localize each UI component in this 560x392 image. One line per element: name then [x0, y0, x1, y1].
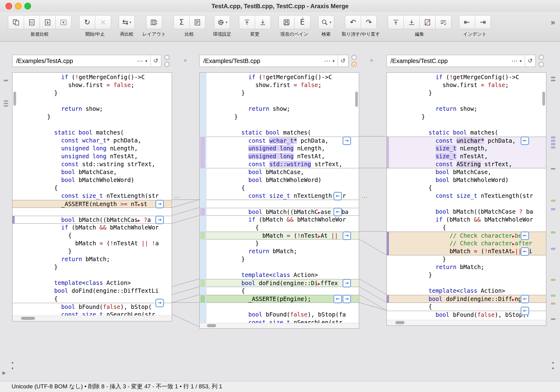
code-editor[interactable]: if (!getMergeConfig()->Cshow.first = fal…: [200, 73, 359, 328]
overview-change-mark[interactable]: [4, 80, 8, 81]
new-binary-comparison-button[interactable]: 01: [24, 15, 40, 29]
settings-button[interactable]: ▾: [214, 15, 230, 29]
link-toggle-icon[interactable]: [539, 55, 544, 60]
merge-left-button[interactable]: ←: [334, 208, 342, 216]
redo-button[interactable]: ↷: [361, 15, 377, 29]
edit-insert-above-button[interactable]: [388, 15, 404, 29]
horizontal-scrollbar-thumb[interactable]: [207, 324, 216, 327]
first-change-button[interactable]: ▲: [550, 360, 556, 365]
overview-change-mark[interactable]: [551, 208, 555, 210]
save-button[interactable]: [278, 15, 295, 29]
overview-change-mark[interactable]: [4, 100, 8, 102]
overview-change-mark[interactable]: [551, 303, 555, 305]
chevron-down-icon[interactable]: ▾: [520, 59, 525, 63]
compare-statistics-button[interactable]: Σ: [173, 15, 190, 29]
edit-exclude-button[interactable]: [419, 15, 436, 29]
text-encoding-button[interactable]: É: [294, 15, 310, 29]
version-history-icon[interactable]: ↺: [525, 55, 535, 67]
indent-button[interactable]: ⇥: [475, 15, 491, 29]
chevron-down-icon[interactable]: ▾: [332, 59, 338, 63]
overview-change-mark[interactable]: [551, 200, 555, 202]
code-line: }: [200, 113, 359, 121]
overview-change-mark[interactable]: [4, 103, 8, 104]
horizontal-scrollbar[interactable]: [387, 320, 546, 325]
merge-left-button[interactable]: ←: [521, 137, 529, 145]
merge-left-button[interactable]: ←: [521, 232, 529, 240]
merge-right-button[interactable]: →: [343, 137, 351, 145]
overview-change-mark[interactable]: [551, 318, 555, 320]
overview-change-mark[interactable]: [551, 295, 555, 297]
link-toggle-icon[interactable]: [539, 62, 544, 67]
file-path[interactable]: /Examples/TestB.cpp: [200, 58, 322, 65]
ellipsis-menu-icon[interactable]: ⋯: [509, 57, 520, 65]
overview-change-mark[interactable]: [551, 77, 555, 78]
ellipsis-menu-icon[interactable]: ⋯: [135, 57, 145, 65]
overview-change-mark[interactable]: [551, 146, 555, 149]
undo-button[interactable]: ↶: [345, 15, 361, 29]
ellipsis-menu-icon[interactable]: ⋯: [322, 57, 332, 65]
merge-right-button[interactable]: →: [343, 232, 351, 240]
start-button[interactable]: ↻: [79, 15, 95, 29]
last-change-button[interactable]: ▼: [10, 366, 15, 371]
minimize-window-button[interactable]: [15, 3, 22, 9]
merge-right-button[interactable]: →: [343, 295, 351, 303]
new-text-comparison-button[interactable]: [8, 15, 24, 29]
overview-change-mark[interactable]: [551, 168, 555, 170]
merge-left-button[interactable]: ←: [521, 307, 529, 315]
comparison-report-button[interactable]: [189, 15, 205, 29]
horizontal-scrollbar[interactable]: [200, 323, 359, 328]
new-merge-button[interactable]: [40, 15, 56, 29]
expander-icon[interactable]: ▶: [2, 370, 6, 376]
outdent-button[interactable]: ⇤: [459, 15, 475, 29]
merge-right-button[interactable]: →: [343, 279, 351, 287]
merge-left-button[interactable]: ←: [334, 295, 342, 303]
merge-left-button[interactable]: ←: [521, 295, 529, 303]
file-path[interactable]: /Examples/TestA.cpp: [12, 58, 135, 65]
horizontal-scrollbar-thumb[interactable]: [395, 321, 404, 324]
close-window-button[interactable]: [5, 3, 12, 9]
overview-change-mark[interactable]: [4, 105, 8, 107]
link-toggle-icon[interactable]: [352, 55, 357, 60]
overview-change-mark[interactable]: [551, 80, 555, 81]
overview-change-mark[interactable]: [551, 231, 555, 233]
code-editor[interactable]: if (!getMergeConfig()->Cshow.first = fal…: [12, 73, 172, 321]
version-history-icon[interactable]: ↺: [150, 55, 161, 67]
edit-insert-below-button[interactable]: [404, 15, 420, 29]
overview-change-mark[interactable]: [551, 143, 555, 145]
toolbar-overflow-button[interactable]: »: [551, 18, 555, 27]
search-button[interactable]: ▾: [318, 15, 334, 29]
recompare-button[interactable]: ⇆▾: [119, 15, 135, 29]
link-toggle-icon[interactable]: [164, 55, 170, 60]
new-folder-comparison-button[interactable]: [55, 15, 72, 29]
merge-left-button[interactable]: ←: [334, 192, 342, 200]
first-change-button[interactable]: ▲: [10, 360, 15, 365]
overview-change-mark[interactable]: [551, 248, 555, 250]
horizontal-scrollbar[interactable]: [12, 316, 172, 321]
link-toggle-icon[interactable]: [164, 62, 170, 67]
version-history-icon[interactable]: ↺: [338, 55, 348, 67]
vertical-scrollbar-thumb[interactable]: [13, 92, 16, 106]
zoom-window-button[interactable]: [24, 3, 31, 9]
overview-change-mark[interactable]: [551, 279, 555, 281]
code-editor[interactable]: if (!getMergeConfig()->Cshow.first = fal…: [387, 73, 546, 325]
overview-change-mark[interactable]: [551, 140, 555, 142]
link-broken-toggle-icon[interactable]: [352, 62, 357, 67]
layout-button[interactable]: [146, 15, 162, 29]
overview-change-mark[interactable]: [551, 136, 555, 138]
merge-right-button[interactable]: →: [156, 299, 164, 307]
stop-button[interactable]: ×: [95, 15, 111, 29]
change-gutter-mark: [387, 240, 389, 247]
vertical-scrollbar-thumb[interactable]: [355, 92, 358, 107]
merge-right-button[interactable]: →: [156, 200, 164, 208]
last-change-button[interactable]: ▼: [550, 366, 556, 371]
previous-change-button[interactable]: [239, 15, 255, 29]
file-path[interactable]: /Examples/TestC.cpp: [387, 58, 509, 65]
chevron-down-icon[interactable]: ▾: [145, 59, 150, 63]
merge-right-button[interactable]: →: [156, 216, 164, 224]
link-gutter-mark: [200, 279, 205, 287]
vertical-scrollbar-thumb[interactable]: [542, 92, 545, 106]
merge-left-button[interactable]: ←: [521, 247, 529, 256]
next-change-button[interactable]: [255, 15, 271, 29]
edit-accept-button[interactable]: [435, 15, 451, 29]
horizontal-scrollbar-thumb[interactable]: [21, 317, 35, 320]
